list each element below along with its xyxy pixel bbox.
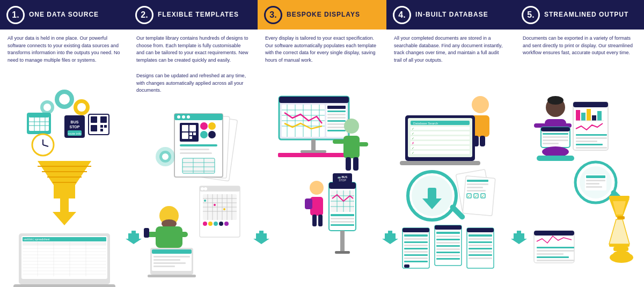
svg-text:✓: ✓ — [467, 194, 471, 198]
svg-rect-23 — [100, 125, 103, 128]
illustration-3: 🚌 BUS STOP — [258, 72, 386, 287]
svg-text:✓: ✓ — [412, 146, 414, 150]
svg-rect-299 — [534, 231, 574, 236]
svg-rect-301 — [537, 250, 574, 252]
col4-svg: Database Search ✓ ✓ ✓ ✗ ✓ ✓ — [397, 89, 504, 271]
svg-rect-145 — [327, 123, 346, 125]
svg-rect-181 — [388, 231, 392, 241]
svg-rect-272 — [587, 109, 591, 121]
svg-rect-249 — [469, 248, 492, 249]
svg-point-3 — [43, 104, 51, 111]
header-bar-2: 2. FLEXIBLE TEMPLATES — [129, 0, 258, 30]
svg-rect-71 — [189, 136, 192, 139]
svg-rect-274 — [597, 111, 602, 121]
svg-rect-246 — [469, 238, 492, 240]
column-5: 5. STREAMLINED OUTPUT Documents can be e… — [515, 0, 644, 287]
svg-rect-195 — [411, 151, 470, 154]
illustration-4: Database Search ✓ ✓ ✓ ✗ ✓ ✓ — [386, 72, 515, 287]
svg-text:Database Search: Database Search — [413, 122, 438, 125]
svg-rect-276 — [576, 134, 607, 136]
svg-rect-174 — [331, 224, 354, 226]
svg-rect-70 — [193, 133, 196, 135]
svg-rect-245 — [469, 234, 492, 237]
svg-rect-244 — [467, 228, 494, 232]
svg-rect-22 — [91, 125, 97, 131]
description-5: Documents can be exported in a variety o… — [515, 30, 644, 72]
svg-rect-231 — [404, 264, 409, 268]
svg-rect-147 — [327, 130, 346, 131]
svg-rect-270 — [576, 110, 580, 121]
svg-rect-128 — [279, 97, 349, 103]
header-title-2: FLEXIBLE TEMPLATES — [158, 11, 239, 18]
svg-point-87 — [162, 153, 169, 160]
svg-rect-185 — [480, 136, 485, 146]
svg-rect-262 — [543, 133, 568, 135]
header-title-1: ONE DATA SOURCE — [29, 11, 99, 18]
svg-rect-116 — [144, 228, 149, 238]
svg-rect-225 — [404, 245, 428, 246]
svg-rect-261 — [541, 127, 570, 131]
svg-marker-292 — [609, 219, 630, 244]
svg-point-105 — [223, 208, 225, 210]
svg-rect-252 — [469, 257, 492, 259]
svg-text:STOP: STOP — [339, 179, 346, 182]
svg-rect-149 — [301, 150, 326, 153]
column-2: 2. FLEXIBLE TEMPLATES Our template libra… — [129, 0, 258, 287]
svg-rect-21 — [100, 116, 107, 123]
illustration-5 — [515, 72, 644, 287]
svg-point-110 — [224, 222, 229, 226]
svg-rect-175 — [340, 231, 345, 252]
description-1: All your data is held in one place. Our … — [0, 30, 129, 72]
svg-rect-126 — [259, 231, 264, 241]
svg-point-297 — [613, 251, 630, 259]
svg-rect-264 — [543, 139, 568, 141]
svg-point-109 — [219, 222, 223, 226]
svg-rect-233 — [435, 225, 462, 230]
svg-rect-228 — [404, 254, 428, 256]
col1-svg: BUS STOP route info — [11, 83, 118, 276]
svg-point-5 — [77, 103, 86, 112]
svg-rect-265 — [543, 143, 559, 144]
svg-text:✗: ✗ — [412, 142, 414, 145]
svg-point-157 — [310, 181, 324, 195]
svg-rect-142 — [327, 114, 346, 115]
svg-text:✓: ✓ — [481, 194, 485, 198]
svg-rect-161 — [318, 215, 323, 226]
col3-svg: 🚌 BUS STOP — [268, 94, 376, 266]
svg-rect-121 — [153, 259, 180, 261]
step-circle-4: 4. — [393, 6, 411, 24]
header-bar-5: 5. STREAMLINED OUTPUT — [515, 0, 644, 30]
svg-rect-152 — [343, 136, 360, 158]
svg-point-108 — [214, 222, 218, 226]
step-circle-1: 1. — [6, 6, 25, 24]
svg-rect-67 — [189, 125, 196, 131]
svg-rect-247 — [469, 241, 492, 243]
column-1: 1. ONE DATA SOURCE All your data is held… — [0, 0, 129, 287]
svg-rect-160 — [312, 215, 317, 226]
svg-rect-277 — [576, 137, 607, 139]
svg-point-75 — [208, 131, 216, 138]
description-4: All your completed documents are stored … — [386, 30, 515, 72]
svg-point-103 — [204, 200, 206, 202]
svg-rect-235 — [436, 236, 460, 237]
svg-rect-223 — [404, 238, 428, 240]
svg-rect-61 — [174, 114, 223, 120]
svg-text:route info: route info — [68, 132, 82, 135]
svg-text:vertilink | spreadsheet: vertilink | spreadsheet — [24, 238, 50, 241]
svg-text:✓: ✓ — [412, 127, 414, 130]
svg-rect-284 — [586, 175, 605, 178]
svg-point-106 — [203, 222, 207, 226]
svg-text:STOP: STOP — [70, 125, 80, 129]
svg-rect-120 — [153, 256, 190, 257]
svg-rect-289 — [609, 196, 630, 198]
svg-rect-69 — [189, 133, 192, 135]
svg-rect-237 — [436, 242, 460, 244]
svg-rect-202 — [400, 161, 480, 165]
svg-rect-221 — [402, 228, 429, 232]
svg-rect-155 — [346, 157, 351, 171]
col5-svg — [526, 89, 633, 271]
svg-rect-287 — [586, 186, 602, 188]
svg-rect-267 — [537, 156, 574, 161]
svg-rect-250 — [469, 251, 492, 253]
svg-rect-40 — [23, 242, 106, 245]
